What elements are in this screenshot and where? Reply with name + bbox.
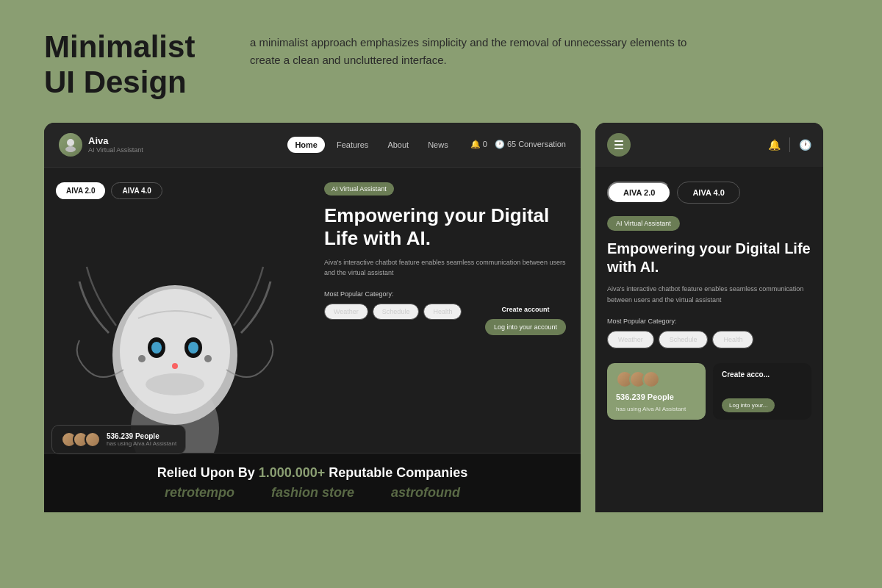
- mobile-bell-icon[interactable]: 🔔: [768, 139, 781, 151]
- mobile-history-icon[interactable]: 🕐: [799, 139, 811, 151]
- mobile-ai-badge: AI Virtual Assistant: [607, 216, 680, 231]
- mobile-people-card: 536.239 People has using Aiva AI Assista…: [607, 363, 706, 420]
- login-button[interactable]: Log into your account: [485, 319, 566, 335]
- hero-description: Aiva's interactive chatbot feature enabl…: [324, 257, 569, 279]
- mobile-tag-health[interactable]: Health: [712, 331, 753, 348]
- tag-health[interactable]: Health: [423, 304, 462, 320]
- mobile-category-tags: Weather Schedule Health: [607, 331, 811, 348]
- mobile-bottom-card: 536.239 People has using Aiva AI Assista…: [607, 363, 811, 420]
- nav-features[interactable]: Features: [329, 137, 376, 153]
- avatars-stack: [61, 431, 101, 448]
- hamburger-icon: [614, 140, 623, 149]
- ai-badge: AI Virtual Assistant: [324, 182, 394, 196]
- svg-point-10: [146, 373, 204, 395]
- hamburger-button[interactable]: [607, 133, 631, 157]
- mobile-create-account: Create acco...: [722, 370, 803, 379]
- bell-icon[interactable]: 🔔 0: [470, 140, 487, 149]
- company-fashion: fashion store: [271, 485, 354, 501]
- svg-point-8: [188, 342, 198, 354]
- desktop-nav: Aiva AI Virtual Assistant Home Features …: [44, 123, 581, 168]
- mobile-nav-right: 🔔 🕐: [768, 137, 811, 152]
- mockups-container: Aiva AI Virtual Assistant Home Features …: [0, 123, 882, 512]
- svg-point-0: [67, 139, 74, 146]
- page-title: MinimalistUI Design: [44, 29, 220, 101]
- nav-home[interactable]: Home: [287, 137, 325, 153]
- svg-point-1: [65, 146, 76, 152]
- mobile-tab-aiva2[interactable]: AIVA 2.0: [607, 182, 671, 204]
- desktop-bottom-section: Relied Upon By 1.000.000+ Reputable Comp…: [44, 453, 581, 512]
- mobile-popular-label: Most Popular Category:: [607, 318, 811, 325]
- mobile-tag-schedule[interactable]: Schedule: [659, 331, 709, 348]
- svg-point-7: [151, 342, 162, 354]
- svg-point-11: [138, 355, 146, 362]
- floating-people-card: 536.239 People has using Aiva AI Assista…: [51, 425, 186, 454]
- nav-about[interactable]: About: [380, 137, 416, 153]
- people-count: 536.239 People: [107, 432, 176, 440]
- company-logos: retrotempo fashion store astrofound: [59, 485, 566, 501]
- mobile-version-tabs: AIVA 2.0 AIVA 4.0: [607, 182, 811, 204]
- company-astrofound: astrofound: [391, 485, 460, 501]
- desktop-mockup: Aiva AI Virtual Assistant Home Features …: [44, 123, 581, 512]
- mobile-avatars: [616, 370, 697, 388]
- brand-name: Aiva: [88, 135, 143, 146]
- nav-news[interactable]: News: [420, 137, 456, 153]
- mobile-content: AIVA 2.0 AIVA 4.0 AI Virtual Assistant E…: [595, 167, 823, 512]
- mobile-people-subtext: has using Aiva AI Assistant: [616, 406, 697, 412]
- mobile-mockup: 🔔 🕐 AIVA 2.0 AIVA 4.0 AI Virtual Assista…: [595, 123, 823, 512]
- svg-point-12: [204, 355, 212, 362]
- brand-logo: Aiva AI Virtual Assistant: [59, 133, 143, 157]
- mobile-nav: 🔔 🕐: [595, 123, 823, 167]
- mobile-cta-card: Create acco... Log into your...: [713, 363, 811, 420]
- header-section: MinimalistUI Design a minimalist approac…: [0, 0, 882, 123]
- nav-divider: [789, 137, 790, 152]
- popular-label: Most Popular Category:: [324, 290, 569, 298]
- nav-right-icons: 🔔 0 🕐 65 Conversation: [470, 140, 566, 149]
- logo-icon: [59, 133, 82, 157]
- mobile-hero-desc: Aiva's interactive chatbot feature enabl…: [607, 284, 811, 306]
- avatar: [85, 431, 101, 448]
- create-account-button[interactable]: Create account: [501, 306, 549, 313]
- mobile-people-count: 536.239 People: [616, 392, 697, 401]
- brand-subtitle: AI Virtual Assistant: [88, 146, 143, 154]
- tag-schedule[interactable]: Schedule: [373, 304, 420, 320]
- desktop-nav-links: Home Features About News: [287, 137, 455, 153]
- mobile-login-button[interactable]: Log into your...: [722, 398, 775, 412]
- svg-point-9: [172, 363, 178, 369]
- mob-avatar: [642, 370, 660, 388]
- relied-upon-text: Relied Upon By 1.000.000+ Reputable Comp…: [59, 465, 566, 481]
- hero-title: Empowering your Digital Life with AI.: [324, 204, 569, 250]
- mobile-tab-aiva4[interactable]: AIVA 4.0: [677, 182, 739, 204]
- history-icon[interactable]: 🕐 65 Conversation: [495, 140, 566, 149]
- subtitle-text: a minimalist approach emphasizes simplic…: [250, 29, 706, 69]
- mobile-hero-title: Empowering your Digital Life with AI.: [607, 240, 811, 276]
- company-retrotempo: retrotempo: [165, 485, 234, 501]
- mobile-tag-weather[interactable]: Weather: [607, 331, 654, 348]
- people-subtext: has using Aiva AI Assistant: [107, 440, 176, 447]
- relied-number: 1.000.000+: [259, 465, 326, 480]
- tag-weather[interactable]: Weather: [324, 304, 368, 320]
